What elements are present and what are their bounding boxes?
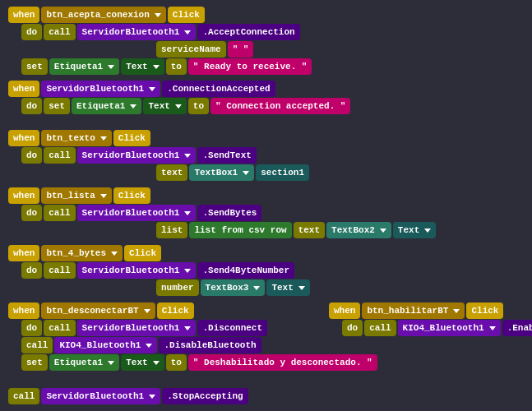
deshabilitado-string[interactable]: " Deshabilitado y desconectado. " [188,354,377,371]
section-2: when ServidorBluetooth1 .ConnectionAccep… [8,81,350,115]
click-label-4: Click [113,187,150,204]
when-keyword: when [8,7,39,23]
to-keyword-6: to [166,354,187,371]
when-keyword-6: when [8,302,39,319]
text-prop-2[interactable]: Text [143,98,186,114]
do-keyword-5: do [21,262,42,279]
when-keyword-5: when [8,245,39,261]
section-3: when btn_texto Click do call ServidorBlu… [8,130,309,182]
call-keyword-8: call [8,388,39,404]
set-keyword-2: set [44,98,70,114]
section-7: when btn_habilitarBT Click do call KIO4_… [329,302,532,337]
btn-lista-event[interactable]: btn_lista [41,187,111,204]
when-keyword-4: when [8,187,39,204]
call-keyword-4: call [44,205,75,221]
service-name-val[interactable]: " " [228,41,254,58]
section-4: when btn_lista Click do call ServidorBlu… [8,187,436,239]
click-label-5: Click [124,245,161,261]
text-prop-1[interactable]: Text [121,58,164,75]
connection-accepted[interactable]: .ConnectionAccepted [162,81,275,97]
text-prop-3[interactable]: section1 [256,164,309,181]
set-keyword-1: set [21,58,48,75]
list-csv-block[interactable]: list from csv row [189,222,291,238]
text-prop-5[interactable]: Text [266,279,309,296]
servidor-bt-when-2[interactable]: ServidorBluetooth1 [41,81,160,97]
call-keyword-6b: call [21,337,53,353]
btn-acepta-event[interactable]: btn_acepta_conexion [41,7,165,23]
send-text[interactable]: .SendText [197,147,256,164]
servidor-bt-3[interactable]: ServidorBluetooth1 [77,147,197,164]
textbox1-3[interactable]: TextBox1 [189,164,254,181]
etiqueta1-6[interactable]: Etiqueta1 [49,354,119,371]
connection-string[interactable]: " Connection accepted. " [210,98,350,114]
service-name-label: serviceName [156,41,226,58]
accept-connection[interactable]: .AcceptConnection [197,24,299,40]
do-keyword-3: do [21,147,42,164]
kio4-bt-7[interactable]: KIO4_Bluetooth1 [398,320,501,336]
btn-texto-event[interactable]: btn_texto [41,130,111,146]
call-keyword-7: call [364,320,396,336]
click-label-6: Click [157,302,194,319]
section-6: when btn_desconectarBT Click do call Ser… [8,302,377,372]
section-1: when btn_acepta_conexion Click do call S… [8,7,312,76]
to-keyword-1: to [166,58,187,75]
servidor-bt-4[interactable]: ServidorBluetooth1 [77,205,197,221]
servidor-bt-5[interactable]: ServidorBluetooth1 [77,262,197,279]
stop-accepting[interactable]: .StopAccepting [162,388,247,404]
textbox2-4[interactable]: TextBox2 [326,222,391,238]
servidor-bt-8[interactable]: ServidorBluetooth1 [41,388,160,404]
servidor-bt-6[interactable]: ServidorBluetooth1 [77,320,197,336]
call-keyword: call [44,24,75,40]
text-prop-6[interactable]: Text [121,354,164,371]
btn-habilitar-event[interactable]: btn_habilitarBT [362,302,465,319]
text-label-3: text [156,164,187,181]
send-bytes[interactable]: .SendBytes [197,205,261,221]
call-keyword-6a: call [44,320,75,336]
list-label-4: list [156,222,187,238]
call-keyword-3: call [44,147,75,164]
when-keyword-3: when [8,130,39,146]
when-keyword-2: when [8,81,39,97]
text-label-4: text [294,222,325,238]
kio4-bt-6[interactable]: KIO4_Bluetooth1 [54,337,157,353]
send-4byte[interactable]: .Send4ByteNumber [197,262,294,279]
click-label-3: Click [113,130,150,146]
btn-4bytes-event[interactable]: btn_4_bytes [41,245,123,261]
when-keyword-7: when [329,302,360,319]
ready-string[interactable]: " Ready to receive. " [188,58,312,75]
enable-bt[interactable]: .EnableBluetooth [502,320,532,336]
do-keyword: do [21,24,42,40]
do-keyword-7: do [342,320,363,336]
etiqueta1-2[interactable]: Etiqueta1 [72,98,141,114]
etiqueta1-1[interactable]: Etiqueta1 [49,58,119,75]
blocks-workspace: when btn_acepta_conexion Click do call S… [0,0,532,411]
text-prop-4[interactable]: Text [393,222,436,238]
textbox3-5[interactable]: TextBox3 [201,279,266,296]
do-keyword-6: do [21,320,42,336]
call-keyword-5: call [44,262,75,279]
do-keyword-2: do [21,98,42,114]
set-keyword-6: set [21,354,48,371]
click-label: Click [168,7,205,23]
btn-desconectar-event[interactable]: btn_desconectarBT [41,302,155,319]
section-8: call ServidorBluetooth1 .StopAccepting [8,388,248,404]
do-keyword-4: do [21,205,42,221]
number-label-5: number [156,279,199,296]
disconnect-block[interactable]: .Disconnect [197,320,267,336]
section-5: when btn_4_bytes Click do call ServidorB… [8,245,310,297]
disable-bt[interactable]: .DisableBluetooth [159,337,261,353]
servidor-bt-1[interactable]: ServidorBluetooth1 [77,24,197,40]
click-label-7: Click [466,302,503,319]
to-keyword-2: to [188,98,209,114]
